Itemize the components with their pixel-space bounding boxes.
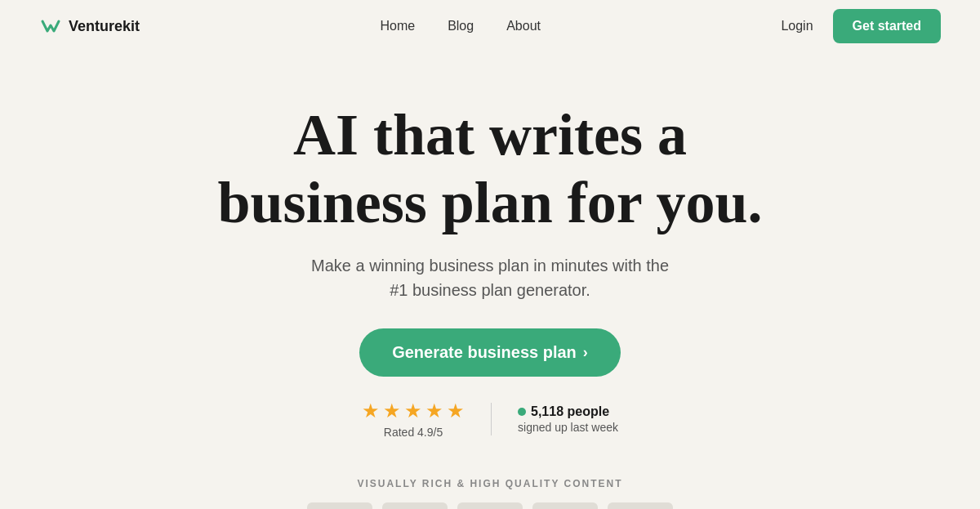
signup-label: signed up last week [518, 421, 618, 434]
social-proof: ★ ★ ★ ★ ★ Rated 4.9/5 5,118 people signe… [362, 400, 618, 439]
signup-count-text: 5,118 people [531, 404, 609, 419]
signup-section: 5,118 people signed up last week [518, 404, 618, 434]
thumbnail-5 [608, 502, 673, 509]
rating-text: Rated 4.9/5 [384, 426, 443, 439]
thumbnail-1 [307, 502, 372, 509]
nav-links: Home Blog About [380, 19, 541, 33]
login-link[interactable]: Login [781, 19, 813, 33]
star-4: ★ [425, 400, 443, 422]
star-2: ★ [383, 400, 401, 422]
hero-section: AI that writes a business plan for you. … [0, 52, 980, 478]
logo[interactable]: Venturekit [39, 15, 140, 38]
hero-title: AI that writes a business plan for you. [218, 101, 763, 237]
generate-button[interactable]: Generate business plan › [359, 328, 621, 377]
navbar: Venturekit Home Blog About Login Get sta… [0, 0, 980, 52]
signup-count: 5,118 people [518, 404, 609, 419]
bottom-section: VISUALLY RICH & HIGH QUALITY CONTENT [0, 478, 980, 509]
star-5: ★ [447, 400, 465, 422]
logo-text: Venturekit [69, 18, 140, 35]
star-3: ★ [404, 400, 422, 422]
hero-title-line1: AI that writes a [293, 102, 687, 167]
nav-home[interactable]: Home [380, 19, 415, 33]
hero-subtitle: Make a winning business plan in minutes … [302, 253, 678, 302]
hero-title-line2: business plan for you. [218, 170, 763, 235]
thumbnail-2 [382, 502, 448, 509]
stars: ★ ★ ★ ★ ★ [362, 400, 465, 422]
generate-arrow-icon: › [583, 344, 588, 361]
generate-button-label: Generate business plan [392, 343, 577, 362]
logo-icon [39, 15, 62, 38]
star-1: ★ [362, 400, 380, 422]
nav-about[interactable]: About [506, 19, 541, 33]
get-started-button[interactable]: Get started [833, 9, 941, 43]
thumbnail-4 [532, 502, 598, 509]
rating-section: ★ ★ ★ ★ ★ Rated 4.9/5 [362, 400, 465, 439]
preview-thumbnails [307, 502, 673, 509]
nav-blog[interactable]: Blog [448, 19, 474, 33]
thumbnail-3 [457, 502, 523, 509]
social-proof-divider [491, 403, 492, 435]
navbar-actions: Login Get started [781, 9, 941, 43]
section-tag: VISUALLY RICH & HIGH QUALITY CONTENT [357, 478, 622, 489]
green-dot-icon [518, 408, 526, 416]
